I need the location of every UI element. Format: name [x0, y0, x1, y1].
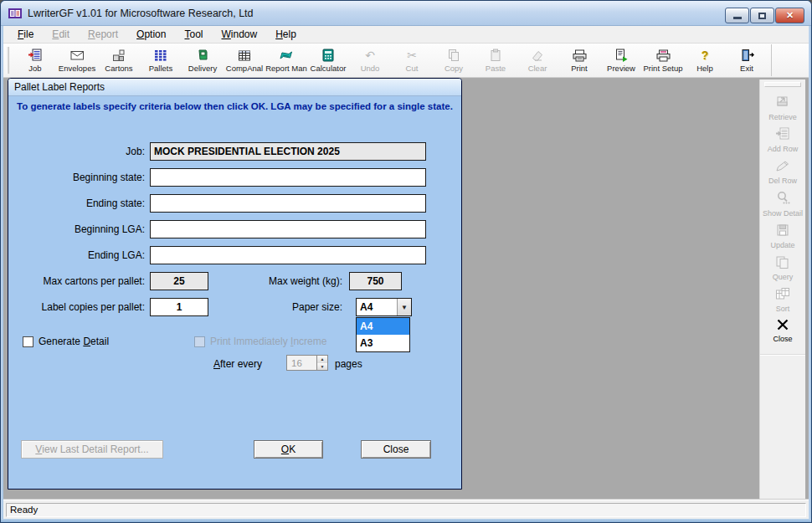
sidebar-grip[interactable]	[764, 82, 801, 87]
toolbar-exit-button[interactable]: Exit	[726, 48, 768, 73]
sidebar-add-row-button[interactable]: Add Row	[768, 127, 799, 153]
update-icon	[776, 223, 789, 240]
toolbar-print-setup-button[interactable]: Print Setup	[642, 48, 684, 73]
sidebar-close-button[interactable]: Close	[773, 319, 792, 343]
menu-window[interactable]: Window	[212, 27, 266, 42]
paper-size-dropdown-list: A4A3	[356, 317, 410, 352]
close-icon	[776, 319, 789, 334]
cartons-icon	[112, 48, 126, 63]
retrieve-icon	[775, 94, 790, 112]
toolbar-companal-button[interactable]: CompAnal	[224, 48, 265, 73]
pages-label-row: pages	[335, 355, 362, 373]
copy-icon	[447, 48, 460, 63]
client-area: Pallet Label Reports To generate labels …	[3, 78, 809, 501]
generate-detail-checkbox[interactable]: Generate Detail	[23, 336, 109, 347]
maximize-button[interactable]	[750, 8, 774, 23]
preview-icon	[614, 48, 628, 63]
print-immediately-checkbox[interactable]: Print Immediately Increme	[194, 336, 326, 347]
beginning-lga-field[interactable]	[150, 220, 426, 238]
beginning-state-field[interactable]	[150, 168, 426, 187]
right-sidebar: RetrieveAdd RowDel RowShow DetailUpdateQ…	[759, 79, 805, 501]
undo-icon: ↶	[365, 48, 375, 63]
menu-option[interactable]: Option	[127, 27, 175, 42]
ending-lga-field[interactable]	[150, 246, 426, 264]
checkbox-box[interactable]	[23, 336, 33, 347]
max-weight-field[interactable]: 750	[349, 272, 402, 290]
sidebar-query-button[interactable]: Query	[773, 255, 794, 281]
toolbar-report-man-button[interactable]: Report Man	[265, 48, 307, 73]
envelopes-icon	[70, 48, 85, 63]
print-icon	[573, 48, 587, 63]
job-label: Job:	[8, 146, 145, 157]
cut-icon: ✂	[407, 48, 417, 63]
delivery-icon	[196, 48, 209, 63]
toolbar-clear-button[interactable]: Clear	[516, 48, 558, 73]
toolbar-preview-button[interactable]: Preview	[600, 48, 642, 73]
max-cartons-label: Max cartons per pallet:	[8, 275, 145, 287]
ending-state-field[interactable]	[150, 194, 426, 213]
toolbar-grip[interactable]	[6, 47, 9, 74]
ok-button[interactable]: OK	[254, 440, 323, 459]
spinner-down-icon[interactable]: ▼	[317, 363, 327, 371]
sidebar-retrieve-button[interactable]: Retrieve	[768, 94, 797, 121]
sidebar-divider	[760, 354, 805, 356]
label-copies-label: Label copies per pallet:	[8, 301, 145, 313]
label-copies-field[interactable]: 1	[150, 298, 208, 316]
calculator-icon	[322, 48, 334, 63]
close-button[interactable]: Close	[361, 440, 431, 459]
pallets-icon	[154, 48, 167, 63]
paper-size-combobox[interactable]: A4▼	[356, 298, 412, 316]
toolbar-calculator-button[interactable]: Calculator	[307, 48, 349, 73]
ending-state-row: Ending state:	[8, 194, 435, 213]
dialog-title-bar[interactable]: Pallet Label Reports	[8, 79, 461, 96]
menu-file[interactable]: File	[8, 27, 43, 42]
window-border-right	[809, 26, 811, 522]
toolbar: JobEnvelopesCartonsPalletsDeliveryCompAn…	[3, 44, 809, 78]
exit-icon	[740, 48, 754, 63]
job-field[interactable]: MOCK PRESIDENTIAL ELECTION 2025	[150, 142, 426, 161]
after-every-spinner[interactable]: 16▲▼	[286, 355, 328, 371]
dialog-title: Pallet Label Reports	[14, 81, 105, 93]
spinner-up-icon[interactable]: ▲	[317, 356, 327, 363]
toolbar-cartons-button[interactable]: Cartons	[98, 48, 140, 73]
menu-report[interactable]: Report	[79, 27, 127, 42]
minimize-button[interactable]	[725, 8, 749, 23]
sidebar-update-button[interactable]: Update	[770, 223, 794, 249]
toolbar-cut-button[interactable]: ✂Cut	[391, 48, 433, 73]
paper-size-option-a4[interactable]: A4	[357, 318, 409, 335]
sidebar-show-detail-button[interactable]: Show Detail	[763, 191, 803, 218]
app-window: LwriterGF v1.01 for Microsoftware Resear…	[0, 0, 812, 523]
max-cartons-field[interactable]: 25	[150, 272, 208, 290]
pallet-label-reports-dialog: Pallet Label Reports To generate labels …	[8, 78, 462, 490]
toolbar-undo-button[interactable]: ↶Undo	[349, 48, 391, 73]
toolbar-pallets-button[interactable]: Pallets	[140, 48, 182, 73]
ending-lga-row: Ending LGA:	[8, 246, 435, 264]
window-title: LwriterGF v1.01 for Microsoftware Resear…	[28, 8, 254, 19]
menu-tool[interactable]: Tool	[175, 27, 212, 42]
sidebar-sort-button[interactable]: Sort	[775, 287, 790, 313]
toolbar-delivery-button[interactable]: Delivery	[182, 48, 224, 73]
help-icon: ?	[702, 48, 709, 63]
chevron-down-icon[interactable]: ▼	[397, 299, 411, 315]
job-row: Job:MOCK PRESIDENTIAL ELECTION 2025	[8, 142, 435, 161]
beginning-state-row: Beginning state:	[8, 168, 435, 187]
clear-icon	[531, 48, 544, 63]
toolbar-paste-button[interactable]: Paste	[475, 48, 516, 73]
query-icon	[775, 255, 789, 272]
toolbar-copy-button[interactable]: Copy	[433, 48, 475, 73]
close-window-button[interactable]: ✕	[775, 8, 804, 23]
report-man-icon	[279, 48, 294, 63]
checkbox-box[interactable]	[194, 336, 205, 347]
view-last-detail-report-button[interactable]: View Last Detail Report...	[21, 440, 163, 459]
toolbar-print-button[interactable]: Print	[558, 48, 600, 73]
sidebar-del-row-button[interactable]: Del Row	[768, 159, 797, 185]
paper-size-option-a3[interactable]: A3	[357, 335, 409, 351]
toolbar-help-button[interactable]: ?Help	[684, 48, 726, 73]
menu-edit[interactable]: Edit	[43, 27, 79, 42]
menu-bar: FileEditReportOptionToolWindowHelp	[3, 26, 809, 44]
status-bar: Ready	[3, 500, 809, 519]
beginning-lga-label: Beginning LGA:	[8, 223, 145, 235]
toolbar-envelopes-button[interactable]: Envelopes	[56, 48, 98, 73]
menu-help[interactable]: Help	[266, 27, 306, 42]
toolbar-job-button[interactable]: Job	[14, 48, 56, 73]
